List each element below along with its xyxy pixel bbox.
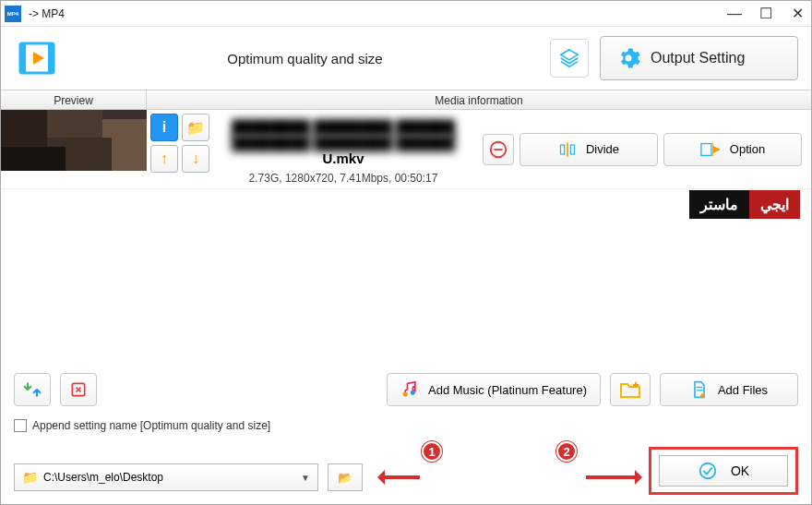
watermark-text-1: ماستر xyxy=(689,190,749,219)
svg-point-12 xyxy=(411,391,415,395)
folder-plus-icon xyxy=(619,380,641,399)
path-row: 📁 C:\Users\m_elo\Desktop ▼ 📂 1 2 OK xyxy=(14,463,798,491)
window-title: -> MP4 xyxy=(29,7,65,20)
move-down-button[interactable]: ↓ xyxy=(182,145,209,173)
watermark: ماستر ايجي xyxy=(689,190,800,219)
move-up-button[interactable]: ↑ xyxy=(150,145,178,173)
video-thumbnail[interactable] xyxy=(1,110,147,171)
add-files-button[interactable]: Add Files xyxy=(660,373,798,406)
append-setting-row: Append setting name [Optimum quality and… xyxy=(14,419,798,432)
divide-button[interactable]: Divide xyxy=(519,133,658,166)
add-files-label: Add Files xyxy=(718,383,768,397)
layers-button[interactable] xyxy=(550,39,589,78)
arrow-up-icon: ↑ xyxy=(161,150,168,167)
ok-highlight-box: OK xyxy=(649,447,798,495)
add-music-label: Add Music (Platinum Feature) xyxy=(428,383,587,397)
close-button[interactable]: ✕ xyxy=(789,6,806,21)
row-controls: i 📁 ↑ ↓ xyxy=(147,110,213,188)
minimize-button[interactable]: — xyxy=(726,6,743,21)
app-icon: MP4 xyxy=(5,6,21,22)
ok-button[interactable]: OK xyxy=(659,455,788,487)
add-folder-button[interactable] xyxy=(610,373,651,406)
add-music-button[interactable]: Add Music (Platinum Feature) xyxy=(387,373,601,406)
column-header: Preview Media information xyxy=(1,90,811,110)
svg-rect-7 xyxy=(570,145,574,154)
svg-rect-6 xyxy=(560,145,564,154)
append-setting-checkbox[interactable] xyxy=(14,419,27,432)
divide-icon xyxy=(558,140,577,159)
open-folder-button[interactable]: 📁 xyxy=(182,114,209,141)
annotation-callout-1: 1 xyxy=(422,441,442,462)
gear-icon xyxy=(615,45,641,71)
file-row: i 📁 ↑ ↓ ████████ ████████ ██████ ███████… xyxy=(1,110,811,189)
svg-point-3 xyxy=(626,55,632,62)
remove-icon xyxy=(488,139,508,160)
option-button[interactable]: Option xyxy=(663,133,802,166)
file-name-tail: U.mkv xyxy=(322,150,364,166)
remove-file-button[interactable] xyxy=(483,134,514,165)
app-window: MP4 -> MP4 — ☐ ✕ Optimum quality and siz… xyxy=(0,0,812,505)
app-logo-icon xyxy=(14,35,60,81)
annotation-callout-2: 2 xyxy=(556,441,577,462)
append-setting-label: Append setting name [Optimum quality and… xyxy=(32,419,270,432)
clear-icon xyxy=(69,380,88,399)
svg-rect-1 xyxy=(20,43,26,73)
svg-rect-9 xyxy=(701,143,711,155)
chevron-down-icon: ▼ xyxy=(301,473,310,483)
titlebar: MP4 -> MP4 — ☐ ✕ xyxy=(1,1,811,27)
annotation-arrow-2 xyxy=(586,475,637,479)
topbar: Optimum quality and size Output Setting xyxy=(1,27,811,90)
folder-icon: 📁 xyxy=(22,470,38,485)
bottombar: Add Music (Platinum Feature) Add Files xyxy=(1,364,811,504)
row-actions: Divide Option xyxy=(473,110,811,188)
col-preview-header: Preview xyxy=(1,90,147,109)
file-name-blurred: ████████ ████████ ██████ xyxy=(232,119,455,135)
svg-point-11 xyxy=(403,392,408,397)
layers-icon xyxy=(559,48,579,68)
merge-button[interactable] xyxy=(14,373,51,406)
output-setting-label: Output Setting xyxy=(651,50,745,66)
file-plus-icon xyxy=(690,380,709,399)
folder-open-icon: 📂 xyxy=(338,471,352,485)
quality-preset-label: Optimum quality and size xyxy=(71,51,539,66)
option-label: Option xyxy=(730,142,765,156)
check-circle-icon xyxy=(698,461,718,481)
divide-label: Divide xyxy=(586,142,619,156)
window-controls: — ☐ ✕ xyxy=(726,6,806,21)
merge-icon xyxy=(23,380,42,399)
browse-folder-button[interactable]: 📂 xyxy=(328,463,363,491)
clear-list-button[interactable] xyxy=(60,373,97,406)
output-path-combo[interactable]: 📁 C:\Users\m_elo\Desktop ▼ xyxy=(14,463,318,491)
action-row: Add Music (Platinum Feature) Add Files xyxy=(14,373,798,406)
music-icon xyxy=(400,380,419,399)
svg-point-15 xyxy=(700,463,716,479)
annotation-arrow-1 xyxy=(383,475,420,479)
file-name-blurred-2: ████████ ████████ ██████ xyxy=(232,135,455,150)
col-media-header: Media information xyxy=(147,90,811,109)
info-button[interactable]: i xyxy=(150,114,178,141)
file-meta: 2.73G, 1280x720, 7.41Mbps, 00:50:17 xyxy=(221,172,466,185)
watermark-text-2: ايجي xyxy=(749,190,800,219)
media-info: ████████ ████████ ██████ ████████ ██████… xyxy=(213,110,473,188)
output-path-text: C:\Users\m_elo\Desktop xyxy=(43,471,163,484)
output-setting-button[interactable]: Output Setting xyxy=(600,36,798,80)
svg-rect-2 xyxy=(48,43,54,73)
ok-label: OK xyxy=(731,463,749,478)
option-icon xyxy=(700,140,721,159)
info-icon: i xyxy=(162,119,166,136)
arrow-down-icon: ↓ xyxy=(192,150,199,167)
maximize-button[interactable]: ☐ xyxy=(758,6,774,21)
folder-icon: 📁 xyxy=(186,119,205,137)
